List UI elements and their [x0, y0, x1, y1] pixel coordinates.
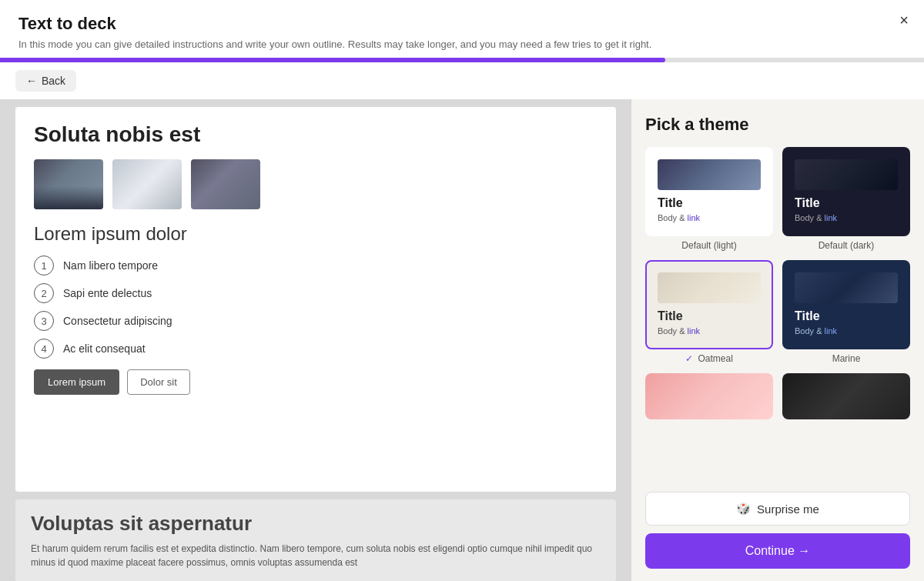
list-item: 2 Sapi ente delectus	[34, 283, 598, 303]
preview-panel: Soluta nobis est Lorem ipsum dolor 1 Nam…	[0, 99, 631, 581]
continue-label: Continue →	[745, 544, 811, 558]
theme-grid: Title Body & link Default (light)	[645, 147, 910, 364]
modal-subtitle: In this mode you can give detailed instr…	[18, 38, 906, 50]
list-text-1: Nam libero tempore	[63, 259, 158, 272]
continue-button[interactable]: Continue →	[645, 533, 910, 569]
surprise-label: Surprise me	[757, 503, 819, 516]
theme-card-body-marine: Body & link	[795, 323, 898, 337]
surprise-button[interactable]: 🎲 Surprise me	[645, 492, 910, 526]
list-num-3: 3	[34, 311, 54, 331]
theme-card-pink[interactable]	[645, 373, 773, 419]
theme-card-title-dark: Title	[795, 196, 898, 210]
list-text-3: Consectetur adipiscing	[63, 315, 172, 327]
theme-card-default-light[interactable]: Title Body & link	[645, 147, 773, 236]
theme-card-body-light: Body & link	[658, 210, 761, 224]
modal-overlay: Text to deck In this mode you can give d…	[0, 0, 924, 581]
list-num-4: 4	[34, 339, 54, 359]
preview-images	[34, 159, 598, 209]
check-icon: ✓	[685, 353, 693, 364]
preview-primary-button[interactable]: Lorem ipsum	[34, 369, 119, 395]
theme-card-default-dark[interactable]: Title Body & link	[782, 147, 910, 236]
modal-title: Text to deck	[18, 14, 906, 34]
theme-card-wrapper-oatmeal: Title Body & link ✓ Oatmeal	[645, 260, 773, 364]
theme-card-title-oatmeal: Title	[658, 309, 761, 323]
theme-preview-image-oatmeal	[658, 272, 761, 303]
theme-card-wrapper-light: Title Body & link Default (light)	[645, 147, 773, 251]
surprise-icon: 🎲	[736, 502, 751, 516]
theme-preview-image-light	[658, 159, 761, 190]
modal-toolbar: ← Back	[0, 62, 924, 99]
theme-preview-image-dark	[795, 159, 898, 190]
preview-buttons: Lorem ipsum Dolor sit	[34, 369, 598, 395]
theme-card-marine[interactable]: Title Body & link	[782, 260, 910, 349]
preview-image-3	[191, 159, 260, 209]
theme-card-wrapper-marine: Title Body & link Marine	[782, 260, 910, 364]
list-text-2: Sapi ente delectus	[63, 287, 152, 299]
preview-image-2	[112, 159, 182, 209]
theme-card-body-dark: Body & link	[795, 210, 898, 224]
list-item: 4 Ac elit consequat	[34, 339, 598, 359]
modal-header: Text to deck In this mode you can give d…	[0, 0, 924, 58]
theme-card-inner-dark: Title Body & link	[784, 149, 909, 235]
preview-section-title: Lorem ipsum dolor	[34, 223, 598, 245]
theme-label-default-light: Default (light)	[645, 240, 773, 251]
list-item: 3 Consectetur adipiscing	[34, 311, 598, 331]
back-arrow-icon: ←	[26, 75, 37, 87]
list-num-1: 1	[34, 255, 54, 275]
theme-card-title-light: Title	[658, 196, 761, 210]
preview-bottom-section: Voluptas sit aspernatur Et harum quidem …	[15, 499, 616, 581]
back-button[interactable]: ← Back	[15, 70, 76, 92]
theme-card-oatmeal[interactable]: Title Body & link	[645, 260, 773, 349]
preview-bottom-body: Et harum quidem rerum facilis est et exp…	[31, 542, 601, 569]
theme-bottom-row	[645, 373, 910, 419]
preview-main-title: Soluta nobis est	[34, 122, 598, 147]
theme-label-marine: Marine	[782, 353, 910, 364]
list-num-2: 2	[34, 283, 54, 303]
list-item: 1 Nam libero tempore	[34, 255, 598, 275]
back-label: Back	[42, 75, 65, 87]
theme-label-oatmeal: ✓ Oatmeal	[645, 353, 773, 364]
action-buttons: 🎲 Surprise me Continue →	[645, 492, 910, 569]
theme-card-wrapper-dark: Title Body & link Default (dark)	[782, 147, 910, 251]
theme-label-default-dark: Default (dark)	[782, 240, 910, 251]
theme-panel-title: Pick a theme	[645, 115, 910, 135]
preview-bottom-title: Voluptas sit aspernatur	[31, 512, 601, 536]
close-button[interactable]: ×	[899, 12, 909, 28]
list-text-4: Ac elit consequat	[63, 342, 146, 355]
modal-body: Soluta nobis est Lorem ipsum dolor 1 Nam…	[0, 99, 924, 581]
theme-preview-image-marine	[795, 272, 898, 303]
preview-list: 1 Nam libero tempore 2 Sapi ente delectu…	[34, 255, 598, 359]
preview-outline-button[interactable]: Dolor sit	[127, 369, 190, 395]
theme-card-title-marine: Title	[795, 309, 898, 323]
theme-card-body-oatmeal: Body & link	[658, 323, 761, 337]
theme-card-inner-light: Title Body & link	[647, 149, 772, 235]
theme-card-inner-oatmeal: Title Body & link	[647, 262, 772, 348]
theme-card-inner-marine: Title Body & link	[784, 262, 909, 348]
preview-content: Soluta nobis est Lorem ipsum dolor 1 Nam…	[15, 107, 616, 492]
theme-card-noir[interactable]	[782, 373, 910, 419]
preview-image-1	[34, 159, 103, 209]
modal: Text to deck In this mode you can give d…	[0, 0, 924, 581]
theme-panel: Pick a theme Title Body & link	[631, 99, 924, 581]
